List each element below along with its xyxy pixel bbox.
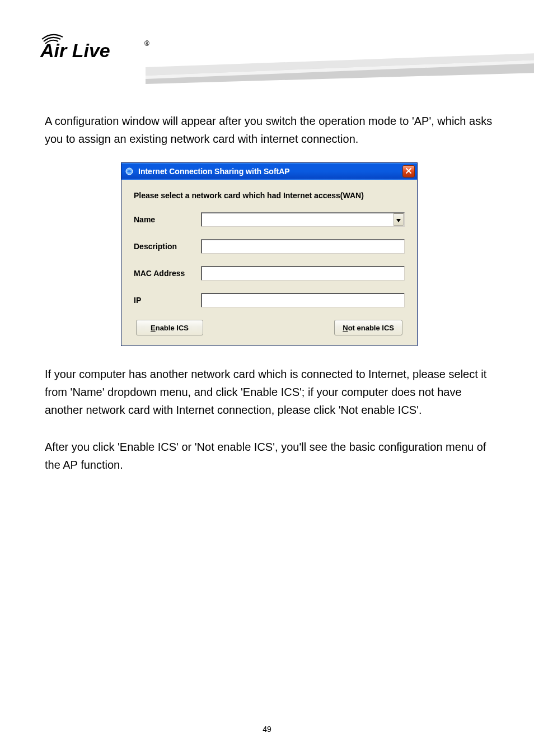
notenable-label-rest: ot enable ICS	[348, 324, 394, 332]
paragraph-intro: A configuration window will appear after…	[45, 112, 494, 148]
dropdown-button[interactable]	[394, 213, 404, 226]
ics-dialog: Internet Connection Sharing with SoftAP …	[121, 162, 418, 346]
paragraph-after: After you click 'Enable ICS' or 'Not ena…	[45, 438, 494, 474]
name-dropdown[interactable]	[201, 212, 405, 227]
row-description: Description	[134, 239, 405, 254]
dialog-title: Internet Connection Sharing with SoftAP	[136, 167, 402, 176]
notenable-mnemonic: N	[343, 324, 348, 332]
label-description: Description	[134, 242, 201, 251]
page-number: 49	[0, 725, 534, 734]
chevron-down-icon	[396, 216, 401, 224]
ip-field	[201, 293, 405, 307]
page-header: Air Live ®	[0, 0, 534, 78]
label-ip: IP	[134, 296, 201, 305]
label-mac: MAC Address	[134, 269, 201, 278]
app-icon	[125, 167, 134, 176]
enable-mnemonic: E	[151, 324, 156, 332]
row-ip: IP	[134, 293, 405, 307]
airlive-logo: Air Live ®	[40, 27, 152, 62]
svg-text:Air Live: Air Live	[40, 40, 110, 61]
description-field	[201, 239, 405, 254]
paragraph-explain: If your computer has another network car…	[45, 365, 494, 419]
svg-text:®: ®	[144, 40, 149, 48]
enable-label-rest: nable ICS	[156, 324, 189, 332]
enable-ics-button[interactable]: Enable ICS	[136, 320, 203, 335]
dialog-titlebar: Internet Connection Sharing with SoftAP	[121, 163, 417, 180]
close-button[interactable]	[402, 165, 415, 178]
dialog-body: Please select a network card which had I…	[121, 180, 417, 346]
row-name: Name	[134, 212, 405, 227]
svg-marker-6	[396, 219, 401, 222]
page-content: A configuration window will appear after…	[0, 78, 534, 474]
mac-field	[201, 266, 405, 281]
dialog-screenshot: Internet Connection Sharing with SoftAP …	[45, 162, 494, 346]
close-icon	[405, 167, 412, 176]
header-swoosh-front	[146, 53, 534, 84]
label-name: Name	[134, 215, 201, 224]
not-enable-ics-button[interactable]: Not enable ICS	[334, 320, 402, 335]
row-mac: MAC Address	[134, 266, 405, 281]
dialog-prompt: Please select a network card which had I…	[134, 191, 405, 200]
dialog-button-row: Enable ICS Not enable ICS	[134, 320, 405, 335]
